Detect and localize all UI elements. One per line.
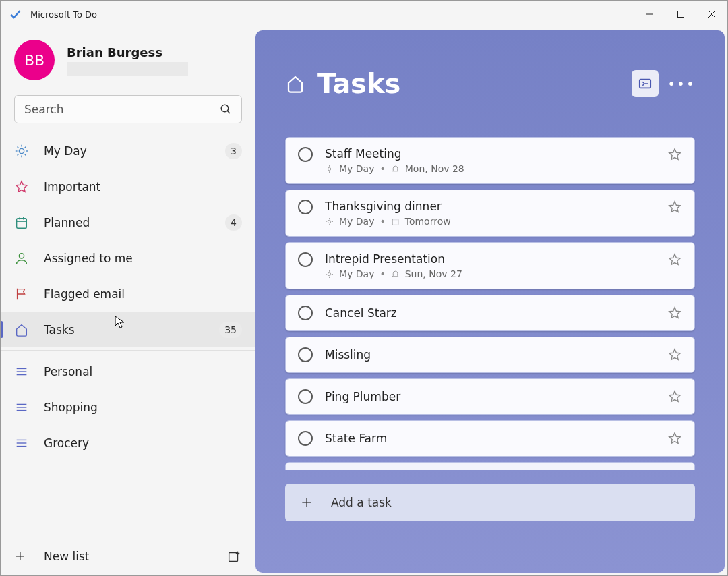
task-meta: My Day • Tomorrow — [325, 216, 659, 227]
home-icon — [14, 322, 29, 337]
search-input[interactable] — [14, 95, 242, 123]
svg-rect-1 — [678, 11, 684, 18]
star-icon[interactable] — [667, 200, 682, 214]
svg-line-11 — [18, 146, 19, 148]
sidebar-list-shopping[interactable]: Shopping — [1, 389, 255, 425]
star-icon[interactable] — [667, 147, 682, 162]
task-row[interactable]: State Farm — [285, 420, 695, 457]
sidebar-item-label: Personal — [44, 365, 92, 378]
more-options-button[interactable]: ••• — [668, 70, 695, 97]
svg-point-4 — [221, 105, 229, 112]
sidebar-item-flagged[interactable]: Flagged email — [1, 276, 255, 312]
main-pane: Tasks ••• Staff Meeting My Day • — [255, 30, 725, 573]
task-row-partial — [285, 462, 695, 470]
new-list-button[interactable]: New list — [14, 550, 226, 563]
complete-checkbox[interactable] — [298, 431, 313, 446]
svg-line-12 — [25, 154, 26, 155]
sidebar-item-assigned[interactable]: Assigned to me — [1, 240, 255, 276]
person-icon — [14, 251, 29, 266]
sidebar-list-personal[interactable]: Personal — [1, 353, 255, 389]
nav-list: My Day 3 Important Planned 4 Assigned to… — [1, 133, 255, 538]
sun-icon — [14, 144, 29, 159]
new-group-icon — [226, 549, 241, 564]
sidebar-item-planned[interactable]: Planned 4 — [1, 204, 255, 240]
svg-line-14 — [25, 146, 26, 148]
user-profile[interactable]: BB Brian Burgess — [1, 33, 255, 87]
task-row[interactable]: Staff Meeting My Day • Mon, Nov 28 — [285, 137, 695, 184]
svg-rect-45 — [392, 219, 398, 225]
sidebar-item-label: Important — [44, 180, 100, 194]
minimize-button[interactable] — [634, 1, 665, 28]
task-row[interactable]: Cancel Starz — [285, 295, 695, 331]
bell-icon — [391, 270, 400, 279]
svg-point-19 — [19, 253, 24, 258]
complete-checkbox[interactable] — [298, 200, 313, 214]
user-email-redacted — [67, 62, 188, 76]
ellipsis-icon: ••• — [667, 76, 695, 92]
add-task-input[interactable]: Add a task — [285, 484, 695, 521]
svg-point-6 — [19, 148, 24, 153]
star-icon[interactable] — [667, 389, 682, 404]
task-title: Intrepid Presentation — [325, 252, 659, 266]
svg-rect-15 — [17, 218, 27, 228]
complete-checkbox[interactable] — [298, 147, 313, 162]
task-meta: My Day • Mon, Nov 28 — [325, 163, 659, 174]
search-field[interactable] — [24, 103, 220, 116]
sidebar-item-label: My Day — [44, 144, 87, 158]
calendar-icon — [14, 215, 29, 230]
complete-checkbox[interactable] — [298, 306, 313, 320]
task-title: Cancel Starz — [325, 306, 659, 320]
search-icon — [220, 103, 232, 115]
sidebar-item-label: Assigned to me — [44, 252, 133, 265]
task-row[interactable]: Missling — [285, 337, 695, 373]
task-title: State Farm — [325, 432, 659, 445]
list-icon — [14, 400, 29, 415]
plus-icon — [14, 550, 26, 563]
page-title: Tasks — [317, 68, 400, 99]
complete-checkbox[interactable] — [298, 252, 313, 267]
task-meta: My Day • Sun, Nov 27 — [325, 268, 659, 279]
task-title: Ping Plumber — [325, 390, 659, 403]
new-list-label: New list — [44, 550, 89, 563]
app-title: Microsoft To Do — [30, 9, 97, 20]
maximize-button[interactable] — [665, 1, 696, 28]
star-icon[interactable] — [667, 306, 682, 320]
sun-icon — [325, 165, 334, 173]
sidebar-badge: 4 — [225, 214, 242, 231]
task-row[interactable]: Ping Plumber — [285, 378, 695, 415]
new-group-button[interactable] — [226, 548, 242, 565]
sidebar-badge: 3 — [225, 143, 242, 159]
sidebar-list-grocery[interactable]: Grocery — [1, 425, 255, 461]
svg-point-40 — [328, 220, 330, 223]
sidebar-item-label: Tasks — [44, 323, 75, 337]
sidebar-badge: 35 — [219, 322, 242, 338]
app-icon — [9, 7, 22, 21]
task-title: Missling — [325, 348, 659, 362]
sidebar-item-tasks[interactable]: Tasks 35 — [1, 312, 255, 347]
sidebar-item-label: Flagged email — [44, 287, 125, 301]
complete-checkbox[interactable] — [298, 347, 313, 362]
close-button[interactable] — [696, 1, 727, 28]
sidebar-item-important[interactable]: Important — [1, 169, 255, 204]
list-icon — [14, 436, 29, 451]
suggestions-button[interactable] — [632, 70, 659, 97]
sidebar-divider — [1, 350, 255, 351]
window-controls — [634, 1, 727, 28]
star-icon[interactable] — [667, 347, 682, 362]
flag-icon — [14, 287, 29, 301]
svg-rect-31 — [229, 553, 238, 562]
window-titlebar: Microsoft To Do — [1, 1, 727, 28]
task-row[interactable]: Intrepid Presentation My Day • Sun, Nov … — [285, 242, 695, 289]
task-row[interactable]: Thanksgiving dinner My Day • Tomorrow — [285, 190, 695, 237]
svg-line-5 — [227, 111, 230, 113]
complete-checkbox[interactable] — [298, 389, 313, 404]
task-title: Staff Meeting — [325, 147, 659, 161]
star-icon[interactable] — [667, 252, 682, 267]
main-header: Tasks ••• — [285, 68, 695, 99]
star-icon[interactable] — [667, 431, 682, 446]
svg-point-47 — [328, 272, 330, 275]
sidebar-item-my-day[interactable]: My Day 3 — [1, 133, 255, 169]
task-title: Thanksgiving dinner — [325, 200, 659, 213]
sidebar-item-label: Shopping — [44, 401, 98, 414]
add-task-label: Add a task — [331, 496, 392, 509]
